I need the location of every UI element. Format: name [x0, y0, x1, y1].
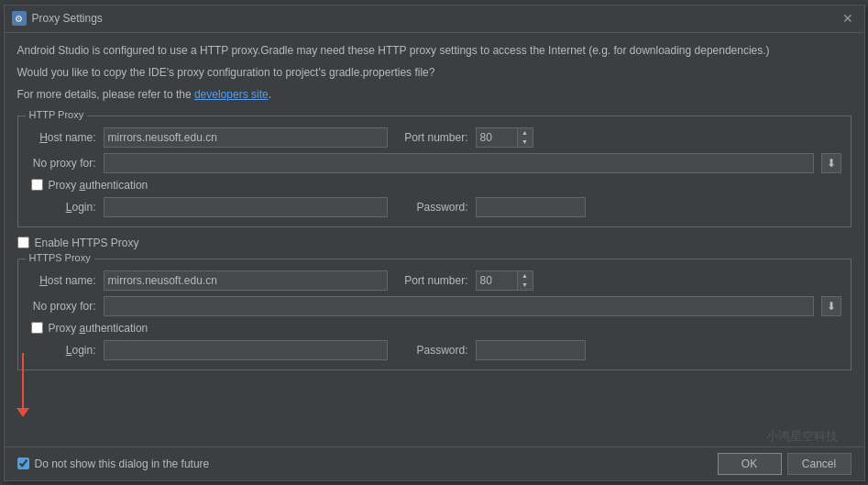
http-host-row: Host name: Port number: ▲ ▼: [27, 127, 841, 148]
https-port-label: Port number:: [395, 274, 468, 287]
https-host-row: Host name: Port number: ▲ ▼: [27, 270, 841, 291]
https-host-label: Host name:: [27, 274, 96, 287]
http-password-label: Password:: [395, 201, 468, 214]
https-port-group: ▲ ▼: [476, 270, 533, 291]
https-port-down[interactable]: ▼: [518, 281, 533, 290]
https-noproxy-row: No proxy for: ⬇: [27, 296, 841, 316]
https-login-label: Login:: [27, 344, 96, 357]
ok-button[interactable]: OK: [718, 453, 782, 475]
http-login-input[interactable]: [104, 197, 388, 217]
enable-https-row: Enable HTTPS Proxy: [17, 237, 852, 249]
footer-checkbox-area: Do not show this dialog in the future: [17, 457, 710, 470]
developers-site-link[interactable]: developers site: [194, 88, 269, 101]
https-port-up[interactable]: ▲: [518, 271, 533, 281]
info-line1: Android Studio is configured to use a HT…: [17, 42, 852, 59]
https-proxy-auth-row: Proxy authentication: [31, 322, 841, 335]
https-noproxy-button[interactable]: ⬇: [821, 296, 841, 316]
https-noproxy-label: No proxy for:: [27, 300, 96, 313]
http-host-input[interactable]: [104, 127, 388, 148]
https-host-input[interactable]: [104, 270, 388, 291]
https-proxy-legend: HTTPS Proxy: [26, 252, 94, 263]
http-noproxy-input[interactable]: [104, 153, 814, 173]
http-host-label: Host name:: [27, 131, 96, 144]
http-host-label-text: ost name:: [48, 131, 96, 144]
http-password-input[interactable]: [476, 197, 586, 217]
enable-https-label: Enable HTTPS Proxy: [35, 237, 139, 249]
do-not-show-label: Do not show this dialog in the future: [35, 457, 210, 470]
info-line2: Would you like to copy the IDE's proxy c…: [17, 64, 852, 81]
http-port-spinner[interactable]: ▲ ▼: [517, 127, 533, 148]
https-login-input[interactable]: [104, 340, 388, 360]
dialog-icon: ⚙: [12, 11, 27, 26]
http-login-label: Login:: [27, 201, 96, 214]
dialog-content: Android Studio is configured to use a HT…: [5, 33, 864, 446]
info-line3: For more details, please refer to the de…: [17, 86, 852, 103]
https-proxy-auth-checkbox[interactable]: [31, 322, 43, 334]
http-noproxy-row: No proxy for: ⬇: [27, 153, 841, 173]
http-proxy-legend: HTTP Proxy: [26, 109, 88, 120]
https-proxy-section: HTTPS Proxy Host name: Port number: ▲ ▼: [17, 259, 852, 370]
http-port-down[interactable]: ▼: [518, 138, 533, 147]
https-password-input[interactable]: [476, 340, 586, 360]
http-proxy-auth-label: Proxy authentication: [49, 179, 148, 192]
cancel-button[interactable]: Cancel: [787, 453, 852, 475]
http-port-group: ▲ ▼: [476, 127, 533, 148]
http-port-up[interactable]: ▲: [518, 128, 533, 138]
do-not-show-checkbox[interactable]: [17, 457, 29, 469]
footer-buttons: OK Cancel: [718, 453, 852, 475]
http-login-row: Login: Password:: [27, 197, 841, 217]
close-button[interactable]: ✕: [839, 9, 857, 28]
http-noproxy-button[interactable]: ⬇: [821, 153, 841, 173]
http-proxy-auth-checkbox[interactable]: [31, 179, 43, 191]
https-port-spinner[interactable]: ▲ ▼: [517, 270, 533, 291]
https-password-label: Password:: [395, 344, 468, 357]
http-port-input[interactable]: [476, 127, 517, 148]
https-port-input[interactable]: [476, 270, 517, 291]
dialog-title: Proxy Settings: [32, 12, 833, 25]
title-bar: ⚙ Proxy Settings ✕: [5, 6, 864, 33]
http-proxy-auth-row: Proxy authentication: [31, 179, 841, 192]
http-proxy-section: HTTP Proxy Host name: Port number: ▲ ▼: [17, 116, 852, 227]
http-noproxy-label: No proxy for:: [27, 157, 96, 170]
dialog-footer: Do not show this dialog in the future OK…: [5, 446, 864, 480]
https-noproxy-input[interactable]: [104, 296, 814, 316]
https-login-row: Login: Password:: [27, 340, 841, 360]
http-port-label: Port number:: [395, 131, 468, 144]
enable-https-checkbox[interactable]: [17, 237, 29, 248]
https-proxy-auth-label: Proxy authentication: [49, 322, 148, 335]
